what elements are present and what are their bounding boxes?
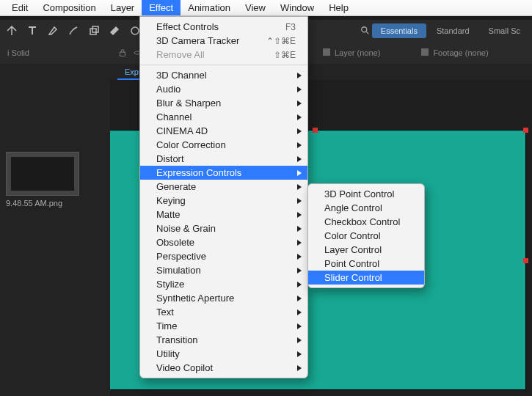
submenu-arrow-icon xyxy=(297,323,302,329)
submenu-item-point-control[interactable]: Point Control xyxy=(308,257,424,271)
submenu-arrow-icon xyxy=(297,170,302,176)
svg-rect-0 xyxy=(90,29,96,34)
handle-top-middle[interactable] xyxy=(313,128,318,133)
workspace-standard[interactable]: Standard xyxy=(428,23,478,38)
search-icon[interactable] xyxy=(360,26,371,36)
menu-item-audio[interactable]: Audio xyxy=(140,82,307,96)
submenu-item-layer-control[interactable]: Layer Control xyxy=(308,243,424,257)
submenu-arrow-icon xyxy=(297,351,302,357)
left-panel-label: i Solid xyxy=(0,48,110,57)
menu-item-remove-all: Remove All ⇧⌘E xyxy=(140,48,307,62)
menu-help[interactable]: Help xyxy=(321,0,356,15)
menu-item-3d-camera-tracker[interactable]: 3D Camera Tracker ⌃⇧⌘E xyxy=(140,34,307,48)
submenu-arrow-icon xyxy=(297,87,302,92)
menu-effect[interactable]: Effect xyxy=(142,0,181,15)
menu-item-3d-channel[interactable]: 3D Channel xyxy=(140,68,307,82)
menu-item-distort[interactable]: Distort xyxy=(140,152,307,166)
menu-layer[interactable]: Layer xyxy=(103,0,142,15)
submenu-arrow-icon xyxy=(297,128,302,134)
svg-rect-1 xyxy=(92,26,98,32)
menu-item-expression-controls[interactable]: Expression Controls xyxy=(140,166,307,180)
svg-point-2 xyxy=(131,27,139,34)
submenu-arrow-icon xyxy=(297,268,302,274)
menu-item-effect-controls[interactable]: Effect Controls F3 xyxy=(140,20,307,34)
submenu-arrow-icon xyxy=(297,100,302,106)
submenu-arrow-icon xyxy=(297,309,302,315)
expression-controls-submenu: 3D Point ControlAngle ControlCheckbox Co… xyxy=(307,183,425,288)
submenu-item-checkbox-control[interactable]: Checkbox Control xyxy=(308,215,424,229)
menu-view[interactable]: View xyxy=(238,0,273,15)
handle-top-right[interactable] xyxy=(523,128,528,133)
menu-composition[interactable]: Composition xyxy=(35,0,103,15)
submenu-arrow-icon xyxy=(297,240,302,246)
submenu-item-color-control[interactable]: Color Control xyxy=(308,229,424,243)
submenu-item-angle-control[interactable]: Angle Control xyxy=(308,201,424,215)
svg-rect-5 xyxy=(120,52,125,56)
asset-filename[interactable]: 9.48.55 AM.png xyxy=(6,199,110,208)
effect-menu-dropdown: Effect Controls F3 3D Camera Tracker ⌃⇧⌘… xyxy=(139,16,308,378)
workspace-essentials[interactable]: Essentials xyxy=(372,23,426,38)
menu-item-video-copilot[interactable]: Video Copilot xyxy=(140,361,307,375)
eraser-tool-icon[interactable] xyxy=(109,25,120,37)
submenu-arrow-icon xyxy=(297,212,302,218)
submenu-arrow-icon xyxy=(297,73,302,78)
menu-item-obsolete[interactable]: Obsolete xyxy=(140,235,307,249)
layer-none-label: Layer (none) xyxy=(335,48,380,57)
lock-icon[interactable] xyxy=(117,48,128,58)
submenu-arrow-icon xyxy=(297,226,302,232)
brush-tool-icon[interactable] xyxy=(68,25,79,37)
menu-edit[interactable]: Edit xyxy=(4,0,35,15)
menu-item-synthetic-aperture[interactable]: Synthetic Aperture xyxy=(140,291,307,305)
menu-item-color-correction[interactable]: Color Correction xyxy=(140,138,307,152)
svg-point-3 xyxy=(362,27,367,32)
footage-none-label: Footage (none) xyxy=(433,48,488,57)
submenu-arrow-icon xyxy=(297,365,302,371)
menu-item-text[interactable]: Text xyxy=(140,305,307,319)
handle-mid-right[interactable] xyxy=(523,258,528,263)
menu-item-keying[interactable]: Keying xyxy=(140,194,307,208)
svg-line-4 xyxy=(366,32,369,34)
workspace-small[interactable]: Small Sc xyxy=(480,23,529,38)
submenu-arrow-icon xyxy=(297,156,302,162)
menu-item-perspective[interactable]: Perspective xyxy=(140,249,307,263)
menu-item-simulation[interactable]: Simulation xyxy=(140,263,307,277)
menu-item-noise-grain[interactable]: Noise & Grain xyxy=(140,221,307,235)
submenu-arrow-icon xyxy=(297,282,302,287)
submenu-arrow-icon xyxy=(297,114,302,120)
pen-tool-icon[interactable] xyxy=(47,25,59,37)
timeline-icons xyxy=(117,42,142,64)
menu-item-generate[interactable]: Generate xyxy=(140,180,307,194)
menu-item-blur-sharpen[interactable]: Blur & Sharpen xyxy=(140,96,307,110)
clone-tool-icon[interactable] xyxy=(88,25,100,37)
submenu-arrow-icon xyxy=(297,296,302,301)
submenu-arrow-icon xyxy=(297,337,302,343)
menu-item-cinema-4d[interactable]: CINEMA 4D xyxy=(140,124,307,138)
menu-item-transition[interactable]: Transition xyxy=(140,333,307,347)
menu-animation[interactable]: Animation xyxy=(181,0,238,15)
submenu-item-3d-point-control[interactable]: 3D Point Control xyxy=(308,187,424,201)
menu-item-time[interactable]: Time xyxy=(140,319,307,333)
submenu-arrow-icon xyxy=(297,184,302,190)
submenu-arrow-icon xyxy=(297,142,302,148)
menu-item-channel[interactable]: Channel xyxy=(140,110,307,124)
submenu-item-slider-control[interactable]: Slider Control xyxy=(308,271,424,285)
menu-item-utility[interactable]: Utility xyxy=(140,347,307,361)
project-panel: 9.48.55 AM.png xyxy=(0,64,110,396)
asset-thumbnail[interactable] xyxy=(6,152,79,196)
submenu-arrow-icon xyxy=(297,198,302,204)
menubar: Edit Composition Layer Effect Animation … xyxy=(0,0,532,16)
menu-item-matte[interactable]: Matte xyxy=(140,208,307,221)
workspace-tabs: Essentials Standard Small Sc xyxy=(360,23,532,38)
submenu-arrow-icon xyxy=(297,254,302,260)
hand-tool-icon[interactable] xyxy=(6,25,18,37)
text-tool-icon[interactable] xyxy=(26,25,38,37)
menu-window[interactable]: Window xyxy=(273,0,321,15)
menu-item-stylize[interactable]: Stylize xyxy=(140,277,307,291)
